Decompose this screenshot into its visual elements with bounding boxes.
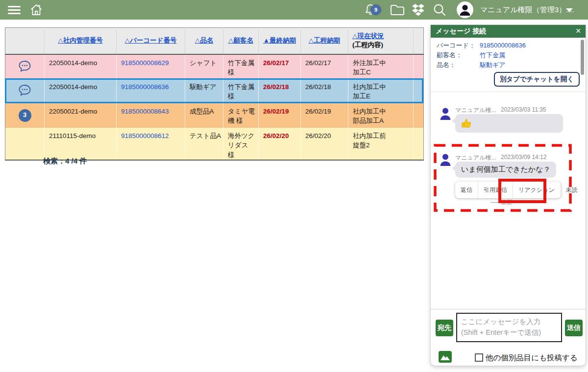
cell-process-due: 26/02/20 xyxy=(301,128,348,161)
sort-mgmt-number[interactable]: △社内管理番号 xyxy=(58,37,102,44)
cell-process-due: 26/02/19 xyxy=(301,103,348,128)
cell-product-name: 成型品A xyxy=(185,103,223,128)
person-icon xyxy=(439,107,452,120)
message-text: いま何個加工できたかな？ xyxy=(455,162,556,178)
cell-customer-name: 竹下金属 様 xyxy=(223,54,259,79)
send-button[interactable]: 送信 xyxy=(565,320,583,336)
cell-final-due: 26/02/20 xyxy=(263,132,289,140)
post-to-other-items-label: 他の個別品目にも投稿する xyxy=(486,353,578,363)
table-header-row: △社内管理番号 △バーコード番号 △品名 △顧客名 ▲最終納期 △工程納期 △現… xyxy=(5,28,424,54)
home-icon[interactable] xyxy=(29,3,43,17)
message-panel-title: メッセージ 接続 xyxy=(436,27,486,35)
production-items-table: △社内管理番号 △バーコード番号 △品名 △顧客名 ▲最終納期 △工程納期 △現… xyxy=(5,27,423,161)
message-timestamp: 2023/03/09 14:12 xyxy=(501,154,546,161)
dropbox-icon[interactable] xyxy=(412,3,425,16)
notification-count-badge: 9 xyxy=(370,4,381,15)
barcode-link[interactable]: 9185000008629 xyxy=(121,59,169,67)
message-timestamp: 2023/03/03 11:35 xyxy=(501,106,546,113)
cell-mgmt-number: 22050014-demo xyxy=(45,54,117,79)
cell-product-name: テスト品A xyxy=(185,128,223,161)
sort-product-name[interactable]: △品名 xyxy=(195,37,213,44)
chevron-down-icon[interactable] xyxy=(566,8,573,12)
search-result-count: 検索：4 /4 件 xyxy=(43,157,87,166)
cell-mgmt-number: 22050014-demo xyxy=(45,79,117,103)
hamburger-menu-icon[interactable] xyxy=(8,6,21,14)
barcode-link[interactable]: 9185000008643 xyxy=(121,108,169,115)
cell-customer-name: 竹下金属 様 xyxy=(223,79,259,103)
recipient-button[interactable]: 宛先 xyxy=(436,320,453,336)
search-icon[interactable] xyxy=(432,2,447,17)
product-label: 品名： xyxy=(437,60,480,70)
message-panel-header: メッセージ 接続 ✕ xyxy=(431,25,586,38)
open-chat-new-tab-button[interactable]: 別タブでチャットを開く xyxy=(494,72,580,87)
barcode-link[interactable]: 9185000008612 xyxy=(121,132,169,140)
message-author: マニュアル権... xyxy=(455,106,496,115)
message-input[interactable] xyxy=(456,313,562,342)
table-row-selected[interactable]: 22050014-demo 9185000008636 駆動ギア 竹下金属 様 … xyxy=(5,79,424,103)
table-row[interactable]: 3 22050021-demo 9185000008643 成型品A タミヤ電機… xyxy=(5,103,424,128)
barcode-link[interactable]: 9185000008636 xyxy=(121,83,169,91)
cell-current-status: 社内加工前 旋盤2 xyxy=(348,128,414,161)
sort-current-status[interactable]: △現在状況 xyxy=(352,32,384,40)
latest-divider: 最新 xyxy=(490,198,513,207)
top-navigation-bar: 9 マニュアル権限（管理3）:... xyxy=(0,0,588,20)
cell-customer-name: タミヤ電機 様 xyxy=(223,103,259,128)
message-bubble xyxy=(455,114,563,133)
barcode-label: バーコード： xyxy=(437,41,480,50)
reaction-button[interactable]: リアクション xyxy=(513,182,560,198)
unread-count-badge[interactable]: 3 xyxy=(19,109,31,122)
status-subheader: (工程内容) xyxy=(352,41,412,49)
chat-bubble-icon[interactable] xyxy=(18,60,32,73)
latest-divider-label: 最新 xyxy=(501,198,513,207)
cell-mgmt-number: 21110115-demo xyxy=(45,128,117,161)
cell-final-due: 26/02/17 xyxy=(263,59,289,67)
cell-product-name: シャフト xyxy=(185,54,223,79)
current-user-label[interactable]: マニュアル権限（管理3）:... xyxy=(480,5,574,15)
cell-mgmt-number: 22050021-demo xyxy=(45,103,117,128)
person-icon xyxy=(458,2,472,17)
cell-product-name: 駆動ギア xyxy=(185,79,223,103)
message-panel: メッセージ 接続 ✕ バーコード：9185000008636 顧客名：竹下金属 … xyxy=(430,24,586,366)
cell-process-due: 26/02/17 xyxy=(301,54,348,79)
table-row[interactable]: 21110115-demo 9185000008612 テスト品A 海外ツクリダ… xyxy=(5,128,424,161)
cell-final-due: 26/02/18 xyxy=(263,83,289,91)
sort-process-due-date[interactable]: △工程納期 xyxy=(309,37,340,44)
post-to-other-items-checkbox[interactable] xyxy=(475,353,483,362)
table-row[interactable]: 22050014-demo 9185000008629 シャフト 竹下金属 様 … xyxy=(5,54,424,79)
reply-button[interactable]: 返信 xyxy=(455,182,478,198)
header-icon-column xyxy=(5,28,45,54)
sort-barcode-number[interactable]: △バーコード番号 xyxy=(125,37,177,44)
divider xyxy=(431,309,586,309)
cell-final-due: 26/02/19 xyxy=(263,108,289,115)
divider xyxy=(431,92,586,92)
image-icon xyxy=(440,353,450,361)
unread-button[interactable]: 未読 xyxy=(560,182,583,198)
person-icon xyxy=(439,153,452,166)
barcode-value: 9185000008636 xyxy=(480,42,526,49)
cell-current-status: 外注加工中 加工C xyxy=(348,54,414,79)
item-info: バーコード：9185000008636 顧客名：竹下金属 品名：駆動ギア xyxy=(437,41,526,70)
chat-bubble-icon[interactable] xyxy=(18,84,32,97)
sort-customer-name[interactable]: △顧客名 xyxy=(228,37,253,44)
customer-label: 顧客名： xyxy=(437,50,480,60)
cell-current-status: 社内加工中 部品加工A xyxy=(348,103,414,128)
close-icon[interactable]: ✕ xyxy=(575,27,581,35)
cell-process-due: 26/02/18 xyxy=(301,79,348,103)
message-action-toolbar: 返信 引用返信 リアクション 未読 xyxy=(455,182,561,198)
attach-image-button[interactable] xyxy=(439,351,452,363)
customer-value: 竹下金属 xyxy=(480,51,505,59)
folder-icon[interactable] xyxy=(390,4,405,16)
message-bubble: いま何個加工できたかな？ xyxy=(455,162,556,178)
thumbs-up-emoji xyxy=(461,118,472,129)
quote-reply-button[interactable]: 引用返信 xyxy=(478,182,513,198)
user-avatar[interactable] xyxy=(457,1,473,18)
scrollbar-thumb[interactable] xyxy=(581,40,584,75)
cell-current-status: 社内加工中 加工E xyxy=(348,79,414,103)
message-author: マニュアル権... xyxy=(455,154,496,162)
header-spacer-column xyxy=(414,28,424,54)
product-value: 駆動ギア xyxy=(480,61,506,69)
sort-final-due-date[interactable]: ▲最終納期 xyxy=(263,37,296,44)
cell-customer-name: 海外ツクリダス 様 xyxy=(223,128,259,161)
